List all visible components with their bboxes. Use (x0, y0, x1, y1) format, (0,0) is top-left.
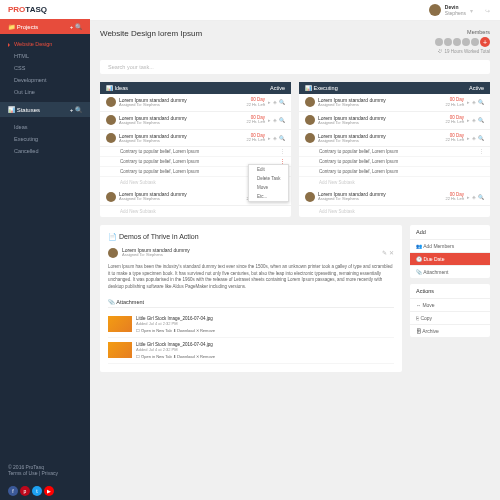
sidebar: PROTASQ 📁 Projects+ 🔍 Website Design HTM… (0, 0, 90, 500)
actions-section: Actions ↔ Move ⎘ Copy 🗄 Archive (410, 284, 490, 337)
pinterest-icon[interactable]: p (20, 486, 30, 496)
task-row[interactable]: Lorem Ipsum standard dummyAssigned To: S… (100, 130, 291, 148)
task-row[interactable]: Lorem Ipsum standard dummyAssigned To: S… (100, 94, 291, 112)
nav-statuses-header[interactable]: 📊 Statuses+ 🔍 (0, 102, 90, 117)
nav-item-cancelled[interactable]: Cancelled (0, 145, 90, 157)
task-row[interactable]: Lorem Ipsum standard dummyAssigned To: S… (299, 112, 490, 130)
dropdown-icon[interactable]: ▾ (470, 7, 473, 14)
nav-item-html[interactable]: HTML (0, 50, 90, 62)
attachment-actions[interactable]: ☐ Open in New Tab ⬇ Download ✕ Remove (136, 354, 394, 359)
add-subtask-button[interactable]: Add New Subtask (100, 206, 291, 217)
add-members-button[interactable]: 👥 Add Members (410, 239, 490, 252)
task-row[interactable]: Lorem Ipsum standard dummyAssigned To: S… (299, 94, 490, 112)
attachment-button[interactable]: 📎 Attachment (410, 265, 490, 278)
subtask-row[interactable]: Contrary to popular belief, Lorem Ipsum (299, 167, 490, 177)
bookmark-icon[interactable]: ◈ (273, 99, 277, 105)
sidebar-footer: © 2016 ProTasq Terms of Use | Privacy (0, 458, 90, 482)
menu-edit[interactable]: Edit (249, 165, 288, 174)
move-button[interactable]: ↔ Move (410, 298, 490, 311)
topbar: Devin Stephens ▾ ↪ (90, 0, 500, 21)
nav-item-css[interactable]: CSS (0, 62, 90, 74)
nav-item-outline[interactable]: Out Line (0, 86, 90, 98)
edit-icon[interactable]: ✎ ✕ (382, 249, 394, 256)
page-title: Website Design lorem Ipsum (100, 29, 202, 54)
detail-title: 📄 Demos of Thrive in Action (108, 233, 394, 241)
member-avatar[interactable] (453, 38, 461, 46)
due-date-button[interactable]: 🕐 Due Date (410, 252, 490, 265)
task-row[interactable]: Lorem Ipsum standard dummyAssigned To: S… (100, 112, 291, 130)
add-subtask-button[interactable]: Add New Subtask (299, 177, 490, 188)
youtube-icon[interactable]: ▶ (44, 486, 54, 496)
nav-item-executing[interactable]: Executing (0, 133, 90, 145)
add-subtask-button[interactable]: Add New Subtask (299, 206, 490, 217)
subtask-row[interactable]: Contrary to popular belief, Lorem Ipsum (299, 157, 490, 167)
subtask-row[interactable]: Contrary to popular belief, Lorem Ipsum⋮ (299, 147, 490, 157)
user-avatar[interactable] (429, 4, 441, 16)
add-member-button[interactable]: + (480, 37, 490, 47)
attachment-actions[interactable]: ☐ Open in New Tab ⬇ Download ✕ Remove (136, 328, 394, 333)
attachment-thumbnail[interactable] (108, 316, 132, 332)
task-row[interactable]: Lorem Ipsum standard dummyAssigned To: S… (299, 130, 490, 148)
search-input[interactable]: Search your task... (100, 60, 490, 74)
copy-button[interactable]: ⎘ Copy (410, 311, 490, 324)
attachment-thumbnail[interactable] (108, 342, 132, 358)
social-links: f p t ▶ (0, 482, 90, 500)
member-avatar[interactable] (471, 38, 479, 46)
nav-projects-header[interactable]: 📁 Projects+ 🔍 (0, 19, 90, 34)
member-avatar[interactable] (435, 38, 443, 46)
detail-description: Lorem Ipsum has been the industry's stan… (108, 264, 394, 291)
facebook-icon[interactable]: f (8, 486, 18, 496)
play-icon[interactable]: ▸ (268, 99, 271, 105)
detail-panel: 📄 Demos of Thrive in Action Lorem Ipsum … (100, 225, 402, 372)
menu-move[interactable]: Move (249, 183, 288, 192)
add-section: Add 👥 Add Members 🕐 Due Date 📎 Attachmen… (410, 225, 490, 278)
task-row[interactable]: Lorem Ipsum standard dummyAssigned To: S… (299, 188, 490, 206)
user-info: Devin Stephens (445, 4, 466, 16)
context-menu: Edit Delete Task Move Etc... (248, 164, 289, 202)
logout-icon[interactable]: ↪ (485, 7, 490, 14)
attachment-header: 📎 Attachment (108, 299, 394, 308)
nav-item-website-design[interactable]: Website Design (0, 38, 90, 50)
attachment-row: Little Girl Stock Image_2016-07-04.jpg A… (108, 338, 394, 364)
members-widget: Members + ⏱ 19 Hours Worked Total (435, 29, 490, 54)
avatar (108, 248, 118, 258)
search-icon[interactable]: 🔍 (279, 99, 285, 105)
column-executing: 📊 ExecutingActive Lorem Ipsum standard d… (299, 82, 490, 217)
menu-etc[interactable]: Etc... (249, 192, 288, 201)
member-avatar[interactable] (462, 38, 470, 46)
archive-button[interactable]: 🗄 Archive (410, 324, 490, 337)
twitter-icon[interactable]: t (32, 486, 42, 496)
subtask-row[interactable]: Contrary to popular belief, Lorem Ipsum⋮ (100, 147, 291, 157)
nav-item-ideas[interactable]: Ideas (0, 121, 90, 133)
nav-item-dev[interactable]: Development (0, 74, 90, 86)
logo: PROTASQ (0, 0, 90, 19)
member-avatar[interactable] (444, 38, 452, 46)
menu-delete[interactable]: Delete Task (249, 174, 288, 183)
attachment-row: Little Girl Stock Image_2016-07-04.jpg A… (108, 312, 394, 338)
